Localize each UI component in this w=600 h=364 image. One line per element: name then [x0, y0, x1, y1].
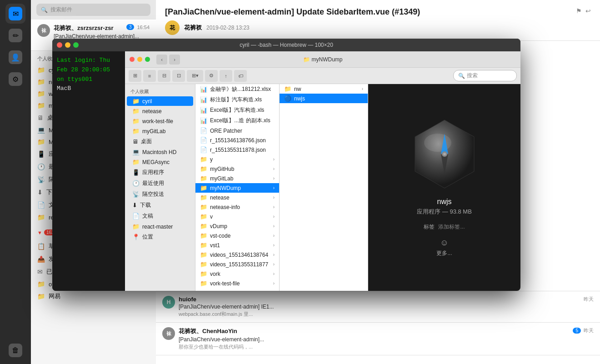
maximize-button[interactable] — [73, 42, 79, 48]
sidebar-item-contacts[interactable]: 👤 — [5, 47, 25, 67]
folder-icon: 📁 — [200, 213, 207, 220]
item-name: vork — [210, 271, 270, 277]
finder-search-icon: 🔍 — [458, 73, 465, 79]
finder-minimize-button[interactable] — [137, 57, 142, 62]
list-item[interactable]: 📁 vDump › — [195, 221, 279, 231]
list-item[interactable]: 📄 r_1551346138766.json — [195, 135, 279, 145]
folder-icon: 📁 — [132, 118, 140, 125]
list-item[interactable]: 📁 netease › — [195, 193, 279, 202]
list-item[interactable]: 📁 videos_1551346138764 › — [195, 250, 279, 259]
finder-sidebar-item-desktop[interactable]: 🖥 桌面 — [127, 136, 193, 147]
list-item[interactable]: 📁 vst1 › — [195, 240, 279, 250]
finder-close-button[interactable] — [130, 57, 135, 62]
sidebar-item-name: 最近使用 — [142, 180, 164, 187]
detail-title: [PanJiaChen/vue-element-admin] Update Si… — [165, 7, 591, 17]
folder-icon: 📁 — [200, 232, 207, 239]
list-item[interactable]: 📁 vst-code › — [195, 231, 279, 240]
chevron-right-icon: › — [273, 233, 275, 238]
terminal-title: cyril — -bash — Homebrew — 100×20 — [240, 42, 333, 48]
finder-sidebar-item-mygitlab[interactable]: 📁 myGitLab — [127, 126, 193, 136]
item-name: Excel版】汽车构造.xls — [210, 106, 275, 114]
finder-search-placeholder: 搜索 — [467, 72, 478, 80]
finder-titlebar: ‹ › 📁 myNWDump — [125, 51, 520, 68]
sidebar-item-mail[interactable]: ✉ — [5, 4, 25, 24]
item-name: vDump — [210, 223, 270, 229]
list-item[interactable]: 📊 标注版】汽车构造.xls — [195, 95, 279, 105]
finder-forward-button[interactable]: › — [169, 55, 180, 65]
folder-icon: 📁 — [37, 138, 45, 145]
view-options-button[interactable]: ⊞▾ — [187, 70, 203, 82]
finder-sidebar-item-netease[interactable]: 📁 netease — [127, 106, 193, 116]
list-item-nw[interactable]: 📁 nw › — [280, 84, 368, 94]
folder-item-wangyi[interactable]: 📁 网易 — [31, 290, 156, 303]
action-button[interactable]: ⚙ — [205, 70, 218, 82]
preview-more: ☺ 更多... — [436, 238, 452, 257]
list-item[interactable]: 📁 myGitHub › — [195, 164, 279, 174]
email-subject: [PanJiaChen/vue-element-admin]... — [179, 336, 594, 343]
reply-icon[interactable]: ↩ — [585, 7, 591, 15]
folder-icon: 📁 — [132, 98, 140, 105]
preview-add-tag-button[interactable]: 添加标签... — [438, 223, 465, 231]
email-item-2[interactable]: H huiofe 昨天 [PanJiaChen/vue-element-admi… — [156, 291, 600, 323]
sidebar-item-trash[interactable]: 🗑 — [5, 340, 25, 360]
list-item[interactable]: 📁 myGitLab › — [195, 174, 279, 183]
email-badge: 5 — [573, 328, 581, 334]
minimize-button[interactable] — [65, 42, 70, 48]
finder-sidebar-item-location[interactable]: 📍 位置 — [127, 232, 193, 242]
finder-sidebar-item-apps[interactable]: 📱 应用程序 — [127, 167, 193, 178]
finder-sidebar-item-react[interactable]: 📁 react-master — [127, 222, 193, 231]
sidebar-item-name: 位置 — [142, 233, 153, 241]
item-name: vst-code — [210, 233, 270, 239]
list-item[interactable]: 📁 v › — [195, 212, 279, 221]
list-item[interactable]: 📁 videos_1551355311877 › — [195, 259, 279, 269]
search-input-wrap[interactable]: 🔍 搜索邮件 — [36, 4, 150, 16]
finder-sidebar-item-docs[interactable]: 📄 文稿 — [127, 211, 193, 221]
settings-icon: ⚙ — [9, 72, 22, 86]
item-name: nw — [294, 86, 359, 92]
view-columns-button[interactable]: ⊟ — [158, 70, 170, 82]
list-item[interactable]: 📄 ORE Patcher — [195, 126, 279, 135]
preview-more-button[interactable]: 更多... — [436, 249, 452, 257]
list-item[interactable]: 📁 y › — [195, 155, 279, 164]
list-item[interactable]: 📊 Excel版】汽车构造.xls — [195, 105, 279, 115]
list-item[interactable]: 📊 金融学》缺...181212.xlsx — [195, 84, 279, 95]
share-button[interactable]: ↑ — [220, 70, 232, 82]
flag-icon[interactable]: ⚑ — [576, 7, 582, 15]
list-item[interactable]: 📄 r_1551355311878.json — [195, 145, 279, 155]
email-item-3[interactable]: 袜 花裤衩、ChenHaoYin 5 昨天 [PanJiaChen/vue-el… — [156, 323, 600, 355]
view-icons-button[interactable]: ⊞ — [129, 70, 141, 82]
folder-icon: 📱 — [37, 150, 45, 158]
list-item-nwjs[interactable]: 🔵 nwjs — [280, 94, 368, 103]
finder-sidebar-item-downloads[interactable]: ⬇ 下载 — [127, 200, 193, 210]
finder-sidebar-item-recent[interactable]: 🕐 最近使用 — [127, 178, 193, 189]
sidebar-item-settings[interactable]: ⚙ — [5, 69, 25, 89]
email-subject: [PanJiaChen/vue-element-admin] IE1... — [179, 304, 594, 310]
finder-sidebar-section: 个人收藏 📁 cyril 📁 netease 📁 work-test-file — [125, 88, 195, 242]
finder-sidebar-item-work[interactable]: 📁 work-test-file — [127, 116, 193, 126]
folder-icon: 📁 — [200, 261, 207, 268]
finder-sidebar-item-cyril[interactable]: 📁 cyril — [127, 96, 193, 106]
chevron-right-icon: › — [362, 86, 363, 91]
sidebar-item-compose[interactable]: ✏ — [5, 25, 25, 45]
list-item[interactable]: 📁 vork-test-file › — [195, 279, 279, 288]
finder-back-button[interactable]: ‹ — [156, 55, 167, 65]
view-gallery-button[interactable]: ⊡ — [172, 70, 185, 82]
sender-name: 花裤衩、zsrzsrzsr-zsr — [54, 24, 114, 32]
list-item[interactable]: 📊 Excel版】...造 的副本.xls — [195, 115, 279, 126]
item-name: videos_1551355311877 — [210, 261, 270, 268]
finder-sidebar-item-mega[interactable]: 📁 MEGAsync — [127, 157, 193, 167]
list-item[interactable]: 📁 netease-info › — [195, 202, 279, 212]
item-name: myNWDump — [210, 185, 270, 191]
finder-sidebar-item-macintosh[interactable]: 💻 Macintosh HD — [127, 147, 193, 157]
folder-icon: 📁 — [37, 214, 45, 221]
chevron-right-icon: › — [273, 157, 275, 162]
sender-name: huiofe — [179, 296, 196, 303]
tag-button[interactable]: 🏷 — [234, 70, 247, 82]
finder-maximize-button[interactable] — [145, 57, 150, 62]
finder-sidebar-item-airdrop[interactable]: 📡 隔空投送 — [127, 189, 193, 199]
view-list-button[interactable]: ≡ — [143, 70, 156, 82]
list-item-mynwdump[interactable]: 📁 myNWDump › — [195, 183, 279, 193]
list-item[interactable]: 📁 vork › — [195, 269, 279, 279]
close-button[interactable] — [57, 42, 62, 48]
finder-search-input[interactable]: 🔍 搜索 — [453, 70, 517, 81]
